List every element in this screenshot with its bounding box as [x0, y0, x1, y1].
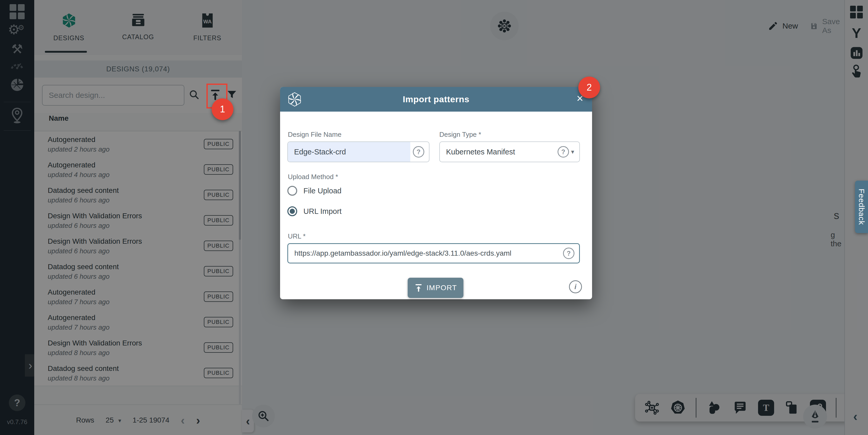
design-file-name-field: ? — [287, 141, 430, 162]
import-patterns-modal: Import patterns × Design File Name Desig… — [280, 87, 592, 299]
design-file-name-label: Design File Name — [288, 130, 342, 139]
annotation-step-2-badge: 2 — [578, 77, 600, 98]
upload-icon — [414, 284, 423, 292]
modal-title: Import patterns — [280, 94, 592, 104]
url-field: ? — [287, 243, 580, 263]
url-input[interactable] — [288, 244, 560, 263]
radio-file-upload[interactable]: File Upload — [287, 186, 342, 196]
import-button[interactable]: IMPORT — [408, 278, 463, 298]
modal-header: Import patterns × — [280, 87, 592, 112]
design-file-name-input[interactable] — [288, 142, 410, 162]
help-circle-icon[interactable]: ? — [563, 248, 575, 259]
radio-url-import-label: URL Import — [303, 207, 342, 216]
feedback-tab[interactable]: Feedback — [855, 181, 868, 233]
design-type-label: Design Type * — [439, 130, 481, 139]
radio-selected-icon — [287, 206, 297, 216]
radio-unselected-icon — [287, 186, 297, 196]
url-label: URL * — [288, 232, 306, 240]
annotation-step-1-badge: 1 — [212, 98, 234, 120]
radio-url-import[interactable]: URL Import — [287, 206, 342, 216]
upload-method-label: Upload Method * — [288, 173, 338, 181]
chevron-down-icon: ▾ — [571, 148, 574, 155]
help-circle-icon[interactable]: ? — [558, 146, 569, 157]
design-type-value: Kubernetes Manifest — [440, 148, 555, 156]
import-button-label: IMPORT — [427, 284, 457, 292]
info-icon[interactable]: i — [569, 280, 582, 293]
radio-file-upload-label: File Upload — [303, 186, 342, 195]
help-circle-icon[interactable]: ? — [413, 146, 424, 157]
meshery-app: ⚙⚙ ⚒ › ? v0.7.76 DESIGNS CATALOG — [0, 0, 868, 435]
design-type-select[interactable]: Kubernetes Manifest ? ▾ — [439, 141, 580, 162]
